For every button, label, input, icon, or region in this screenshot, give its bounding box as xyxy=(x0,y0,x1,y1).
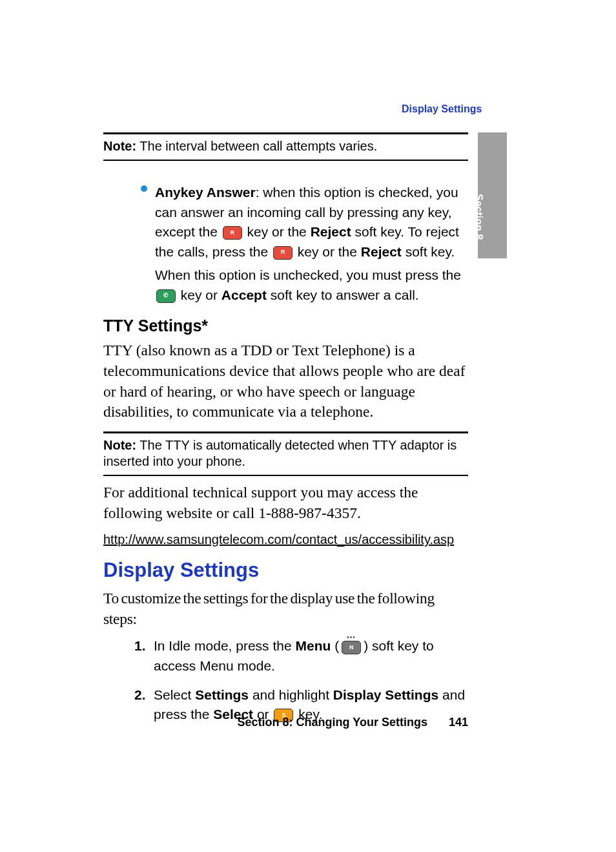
bullet-body: Anykey Answer: when this option is check… xyxy=(155,183,468,262)
note-text: The interval between call attempts varie… xyxy=(139,139,377,153)
anykey-title: Anykey Answer xyxy=(155,185,256,200)
menu-label: Menu xyxy=(295,638,331,653)
step-number: 1. xyxy=(134,636,146,656)
display-settings-label: Display Settings xyxy=(333,687,438,702)
key-glyph: R xyxy=(281,248,285,256)
end-key-icon: R xyxy=(223,226,242,240)
heading-tty: TTY Settings* xyxy=(103,317,468,335)
text: In Idle mode, press the xyxy=(154,638,295,653)
section-tab: Section 8 xyxy=(478,132,507,258)
accept-label: Accept xyxy=(221,287,267,302)
text: key or the xyxy=(243,224,311,239)
divider xyxy=(103,475,468,476)
body-tty: TTY (also known as a TDD or Text Telepho… xyxy=(103,340,468,422)
note-label: Note: xyxy=(103,438,136,452)
page-footer: Section 8: Changing Your Settings 141 xyxy=(103,716,468,729)
running-head: Display Settings xyxy=(402,103,482,115)
key-glyph: ✆ xyxy=(163,291,169,300)
section-tab-label: Section 8 xyxy=(473,194,484,240)
key-glyph: R xyxy=(230,229,234,237)
step-number: 2. xyxy=(134,685,146,705)
text: and highlight xyxy=(249,687,333,702)
text: key or xyxy=(177,287,221,302)
steps-list: 1. In Idle mode, press the Menu (•••N) s… xyxy=(134,636,468,725)
divider xyxy=(103,132,468,134)
body-display-intro: To customize the settings for the displa… xyxy=(103,588,468,629)
content-column: Note: The interval between call attempts… xyxy=(103,132,468,734)
divider xyxy=(103,431,468,433)
body-support: For additional technical support you may… xyxy=(103,483,468,523)
reject-label: Reject xyxy=(311,224,351,239)
note-tty: Note: The TTY is automatically detected … xyxy=(103,437,468,470)
text: ( xyxy=(331,638,339,653)
text: soft key to answer a call. xyxy=(267,287,419,302)
menu-key-icon: •••N xyxy=(340,637,362,656)
settings-label: Settings xyxy=(195,687,249,702)
note-interval: Note: The interval between call attempts… xyxy=(103,138,468,154)
bullet-body-2: When this option is unchecked, you must … xyxy=(155,265,468,305)
reject-label: Reject xyxy=(361,244,402,259)
support-url[interactable]: http://www.samsungtelecom.com/contact_us… xyxy=(103,532,468,547)
text: Select xyxy=(154,687,195,702)
bullet-icon xyxy=(141,185,147,192)
step-1: 1. In Idle mode, press the Menu (•••N) s… xyxy=(134,636,468,676)
text: key or the xyxy=(294,244,361,259)
note-label: Note: xyxy=(103,139,136,153)
key-glyph: N xyxy=(349,643,354,652)
bullet-anykey: Anykey Answer: when this option is check… xyxy=(141,179,468,305)
divider xyxy=(103,160,468,161)
note-text: The TTY is automatically detected when T… xyxy=(103,438,457,468)
end-key-icon: R xyxy=(273,246,293,260)
text: When this option is unchecked, you must … xyxy=(155,267,461,282)
send-key-icon: ✆ xyxy=(156,289,176,303)
footer-page-number: 141 xyxy=(449,716,468,729)
footer-section: Section 8: Changing Your Settings xyxy=(238,716,427,729)
heading-display-settings: Display Settings xyxy=(103,559,468,582)
page: Display Settings Section 8 Note: The int… xyxy=(0,0,616,852)
text: soft key. xyxy=(402,244,455,259)
